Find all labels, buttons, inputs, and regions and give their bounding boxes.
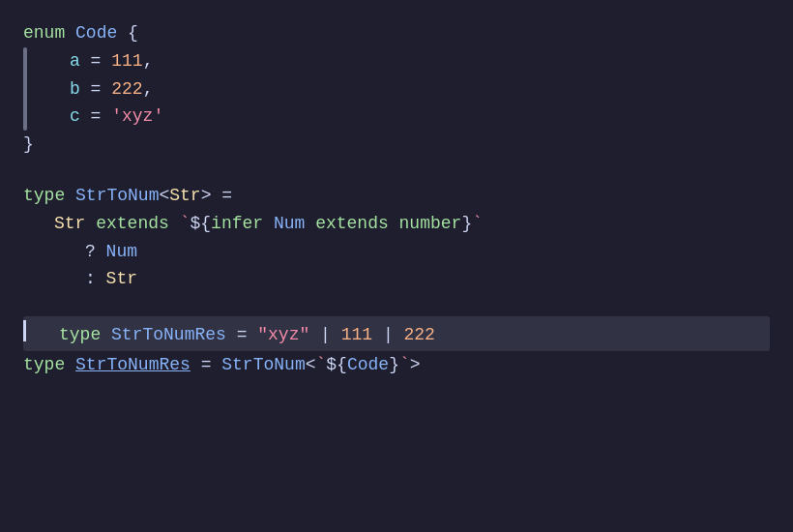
keyword-infer: infer — [211, 210, 263, 238]
type-strtonumres-decl: StrToNumRes — [111, 321, 226, 349]
identifier-code: Code — [75, 19, 117, 47]
keyword-number: number — [399, 210, 462, 238]
type-strtonum-call: StrToNum — [221, 351, 305, 379]
string-xyz: 'xyz' — [111, 103, 163, 131]
code-line-8: ? Num — [23, 238, 770, 266]
template-literal-open: ` — [180, 210, 191, 238]
type-strtonumres-usage: StrToNumRes — [75, 351, 191, 379]
code-line-3: b = 222 , — [39, 75, 770, 103]
enum-member-a: a — [70, 47, 80, 75]
left-border — [23, 47, 27, 131]
keyword-type-3: type — [23, 351, 65, 379]
code-line-10-highlighted: type StrToNumRes = "xyz" | 111 | 222 — [23, 316, 770, 350]
code-editor: enum Code { a = 111 , b = 222 , — [0, 0, 793, 398]
string-xyz-result: "xyz" — [257, 321, 309, 349]
code-line-11: type StrToNumRes = StrToNum < ` ${ Code … — [23, 351, 770, 379]
spacer-2 — [23, 293, 770, 316]
enum-member-b: b — [70, 75, 80, 103]
str-ref: Str — [54, 210, 85, 238]
code-line-4: c = 'xyz' — [39, 103, 770, 131]
code-ref: Code — [347, 351, 389, 379]
code-line-9: : Str — [23, 265, 770, 293]
num-222: 222 — [111, 75, 142, 103]
code-line-5: } — [23, 131, 770, 159]
code-line-7: Str extends ` ${ infer Num extends numbe… — [23, 210, 770, 238]
keyword-enum: enum — [23, 19, 65, 47]
template-literal-2-open: ` — [316, 351, 327, 379]
keyword-extends-1: extends — [96, 210, 169, 238]
spacer-1 — [23, 159, 770, 182]
code-line-6: type StrToNum < Str > = — [23, 182, 770, 210]
code-line-2: a = 111 , — [39, 47, 770, 75]
template-literal-2-close: ` — [399, 351, 410, 379]
code-line-1: enum Code { — [23, 19, 770, 47]
ternary-num: Num — [106, 238, 137, 266]
type-strtonum: StrToNum — [75, 182, 159, 210]
ternary-str: Str — [106, 265, 137, 293]
keyword-extends-2: extends — [315, 210, 389, 238]
num-111-result: 111 — [341, 321, 372, 349]
enum-body: a = 111 , b = 222 , c = 'xyz' — [23, 47, 770, 131]
keyword-type-2: type — [59, 321, 101, 349]
keyword-type-1: type — [23, 182, 65, 210]
template-literal-close: ` — [472, 210, 483, 238]
num-111: 111 — [111, 47, 142, 75]
num-222-result: 222 — [404, 321, 435, 349]
type-num: Num — [274, 210, 305, 238]
cursor — [23, 320, 26, 341]
enum-member-c: c — [70, 103, 80, 131]
enum-content: a = 111 , b = 222 , c = 'xyz' — [39, 47, 770, 131]
type-param-str: Str — [169, 182, 200, 210]
